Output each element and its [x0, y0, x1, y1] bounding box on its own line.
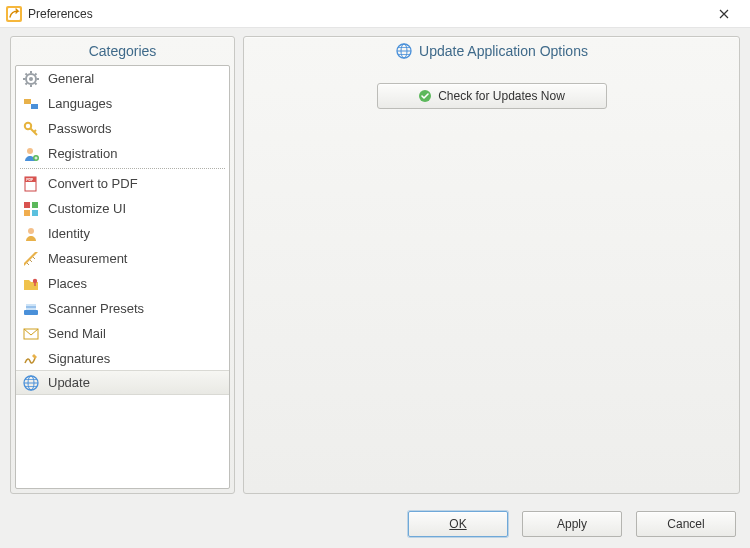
category-label: General — [48, 71, 94, 86]
svg-line-29 — [30, 260, 32, 262]
category-label: Signatures — [48, 351, 110, 366]
category-label: Convert to PDF — [48, 176, 138, 191]
category-customize-ui[interactable]: Customize UI — [16, 196, 229, 221]
category-label: Passwords — [48, 121, 112, 136]
ruler-icon — [22, 250, 40, 268]
check-for-updates-label: Check for Updates Now — [438, 89, 565, 103]
category-update[interactable]: Update — [16, 370, 229, 395]
categories-header-label: Categories — [89, 43, 157, 59]
category-send-mail[interactable]: Send Mail — [16, 321, 229, 346]
category-label: Languages — [48, 96, 112, 111]
svg-line-28 — [27, 263, 29, 265]
category-signatures[interactable]: Signatures — [16, 346, 229, 371]
category-identity[interactable]: Identity — [16, 221, 229, 246]
svg-line-11 — [35, 73, 37, 75]
svg-marker-27 — [24, 252, 38, 266]
svg-rect-22 — [24, 202, 30, 208]
close-icon — [719, 9, 729, 19]
svg-line-10 — [26, 83, 28, 85]
dialog-footer: OK Apply Cancel — [0, 500, 750, 548]
category-label: Customize UI — [48, 201, 126, 216]
svg-rect-12 — [24, 99, 31, 104]
category-convert-to-pdf[interactable]: PDF Convert to PDF — [16, 171, 229, 196]
cancel-label: Cancel — [667, 517, 704, 531]
categories-list[interactable]: General Languages Passwords — [15, 65, 230, 489]
category-label: Places — [48, 276, 87, 291]
categories-panel: Categories General Languages — [10, 36, 235, 494]
svg-rect-32 — [24, 310, 38, 315]
client-area: Categories General Languages — [0, 28, 750, 548]
pdf-icon: PDF — [22, 175, 40, 193]
svg-line-8 — [26, 73, 28, 75]
svg-point-26 — [28, 228, 34, 234]
gear-icon — [22, 70, 40, 88]
options-header-label: Update Application Options — [419, 43, 588, 59]
check-circle-icon — [418, 89, 432, 103]
category-passwords[interactable]: Passwords — [16, 116, 229, 141]
signature-icon — [22, 350, 40, 368]
options-panel: Update Application Options Check for Upd… — [243, 36, 740, 494]
category-label: Send Mail — [48, 326, 106, 341]
svg-rect-23 — [32, 202, 38, 208]
svg-rect-25 — [32, 210, 38, 216]
svg-line-9 — [35, 83, 37, 85]
category-places[interactable]: Places — [16, 271, 229, 296]
ok-label: OK — [449, 517, 466, 531]
category-scanner-presets[interactable]: Scanner Presets — [16, 296, 229, 321]
svg-rect-13 — [31, 104, 38, 109]
svg-rect-24 — [24, 210, 30, 216]
ok-button[interactable]: OK — [408, 511, 508, 537]
svg-text:PDF: PDF — [26, 178, 34, 182]
check-for-updates-button[interactable]: Check for Updates Now — [377, 83, 607, 109]
category-languages[interactable]: Languages — [16, 91, 229, 116]
category-label: Registration — [48, 146, 117, 161]
svg-line-30 — [33, 257, 35, 259]
apply-label: Apply — [557, 517, 587, 531]
folder-pin-icon — [22, 275, 40, 293]
panels: Categories General Languages — [10, 36, 740, 494]
options-body: Check for Updates Now — [244, 65, 739, 493]
user-plus-icon — [22, 145, 40, 163]
languages-icon — [22, 95, 40, 113]
svg-line-16 — [34, 130, 36, 132]
category-label: Scanner Presets — [48, 301, 144, 316]
category-label: Update — [48, 375, 90, 390]
globe-icon — [22, 374, 40, 392]
person-icon — [22, 225, 40, 243]
svg-point-31 — [33, 278, 37, 282]
envelope-icon — [22, 325, 40, 343]
category-general[interactable]: General — [16, 66, 229, 91]
svg-rect-1 — [8, 8, 20, 20]
close-button[interactable] — [704, 0, 744, 28]
svg-point-3 — [29, 77, 33, 81]
grid-colors-icon — [22, 200, 40, 218]
scanner-icon — [22, 300, 40, 318]
category-measurement[interactable]: Measurement — [16, 246, 229, 271]
options-header: Update Application Options — [244, 37, 739, 65]
svg-point-17 — [27, 148, 33, 154]
categories-header: Categories — [11, 37, 234, 65]
category-label: Measurement — [48, 251, 127, 266]
category-registration[interactable]: Registration — [16, 141, 229, 166]
category-divider — [20, 168, 225, 169]
titlebar: Preferences — [0, 0, 750, 28]
window-title: Preferences — [28, 7, 704, 21]
app-icon — [6, 6, 22, 22]
key-icon — [22, 120, 40, 138]
category-label: Identity — [48, 226, 90, 241]
cancel-button[interactable]: Cancel — [636, 511, 736, 537]
globe-icon — [395, 42, 413, 60]
apply-button[interactable]: Apply — [522, 511, 622, 537]
